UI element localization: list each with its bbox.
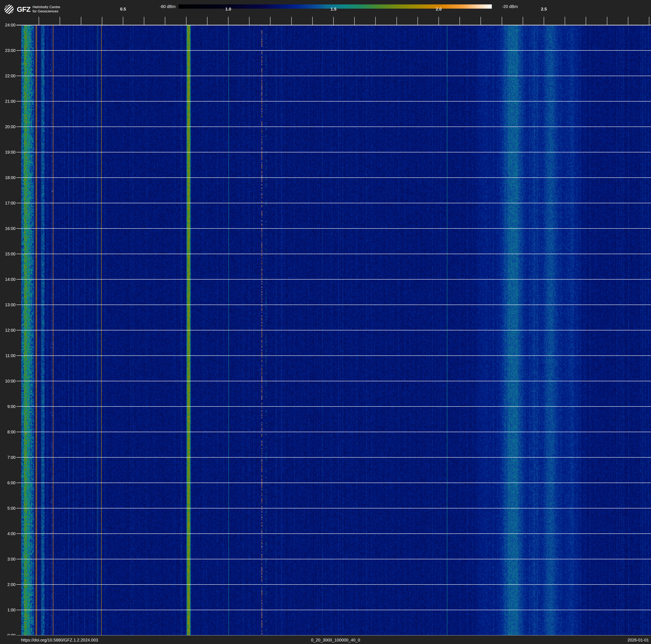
freq-tick-label: 1.0 [220,7,237,11]
freq-tick-label: 2.5 [535,7,552,11]
hour-gridline [17,381,651,381]
logo-subtitle-line2: for Geosciences [33,9,58,13]
time-label: 15:00 [0,251,16,257]
time-label: 1:00 [0,607,16,613]
freq-tick [502,17,502,25]
time-label: 16:00 [0,226,16,231]
time-label: 17:00 [0,200,16,206]
freq-tick [417,17,418,25]
dataset-id-text: 0_20_3000_100000_40_0 [0,635,651,644]
hour-gridline [17,101,651,101]
gfz-globe-icon [4,4,14,14]
hour-gridline [17,559,651,559]
hour-gridline [17,508,651,508]
freq-tick-label: 2.0 [430,7,447,11]
freq-tick [39,17,39,25]
freq-tick-label: 0.5 [115,7,131,11]
hour-gridline [17,126,651,127]
freq-tick [270,17,271,25]
freq-tick [186,17,186,25]
freq-tick [207,17,208,25]
freq-tick [523,17,523,25]
freq-tick [480,17,481,25]
hour-gridline [17,25,651,25]
time-label: 19:00 [0,149,16,155]
hour-gridline [17,406,651,407]
freq-tick [291,17,292,25]
freq-tick [586,17,586,25]
logo-subtitle-line1: Helmholtz Centre [33,5,60,9]
time-label: 20:00 [0,124,16,129]
time-label: 2:00 [0,582,16,587]
hour-gridline [17,76,651,76]
colorbar-max-label: -20 dBm [502,4,518,9]
hour-gridline [17,610,651,610]
hour-gridline [17,355,651,356]
time-label: 12:00 [0,327,16,333]
freq-tick [228,17,228,25]
freq-tick [438,17,439,25]
hour-gridline [17,152,651,152]
time-label: 8:00 [0,429,16,435]
freq-tick [144,17,144,25]
hour-gridline [17,304,651,305]
freq-tick [354,17,355,25]
time-label: 24:00 [0,22,16,28]
hour-gridline [17,533,651,534]
hour-gridline [17,482,651,483]
freq-tick [60,17,60,25]
freq-tick [165,17,165,25]
footer: https://doi.org/10.5880/GFZ.1.2.2024.003… [0,635,651,644]
hour-gridline [17,50,651,51]
freq-tick [460,17,460,25]
hour-gridline [17,432,651,432]
freq-tick [333,17,334,25]
header: GFZ Helmholtz Centre for Geosciences -80… [0,0,651,25]
logo-acronym: GFZ [17,5,30,13]
freq-tick [607,17,607,25]
time-label: 4:00 [0,531,16,536]
time-label: 11:00 [0,353,16,358]
freq-tick [249,17,249,25]
colorbar-min-label: -80 dBm [147,4,176,9]
freq-tick [397,17,397,25]
time-label: 13:00 [0,302,16,308]
time-label: 3:00 [0,556,16,562]
time-label: 18:00 [0,175,16,180]
time-label: 6:00 [0,480,16,486]
time-label: 5:00 [0,505,16,511]
hour-gridline [17,279,651,280]
hour-gridline [17,584,651,585]
time-label: 10:00 [0,378,16,384]
logo-subtitle: Helmholtz Centre for Geosciences [33,5,60,13]
time-label: 7:00 [0,455,16,460]
time-label: 14:00 [0,276,16,282]
freq-tick [81,17,81,25]
freq-tick [649,17,649,25]
time-label: 22:00 [0,73,16,79]
time-label: 9:00 [0,404,16,409]
hour-gridline [17,254,651,254]
hour-gridline [17,177,651,178]
freq-tick [102,17,102,25]
gfz-logo: GFZ Helmholtz Centre for Geosciences [4,4,60,14]
hour-gridline [17,330,651,330]
page: { "header": { "logo": { "acronym": "GFZ"… [0,0,651,644]
freq-tick [628,17,628,25]
time-label: 23:00 [0,48,16,53]
freq-tick [544,17,544,25]
freq-tick [375,17,376,25]
hour-gridline [17,228,651,229]
time-label: 21:00 [0,98,16,104]
date-text: 2026-01-01 [627,635,649,644]
hour-gridline [17,457,651,458]
freq-tick [123,17,123,25]
freq-tick [312,17,313,25]
freq-tick [565,17,565,25]
freq-tick-label: 1.5 [325,7,342,11]
hour-gridline [17,203,651,203]
